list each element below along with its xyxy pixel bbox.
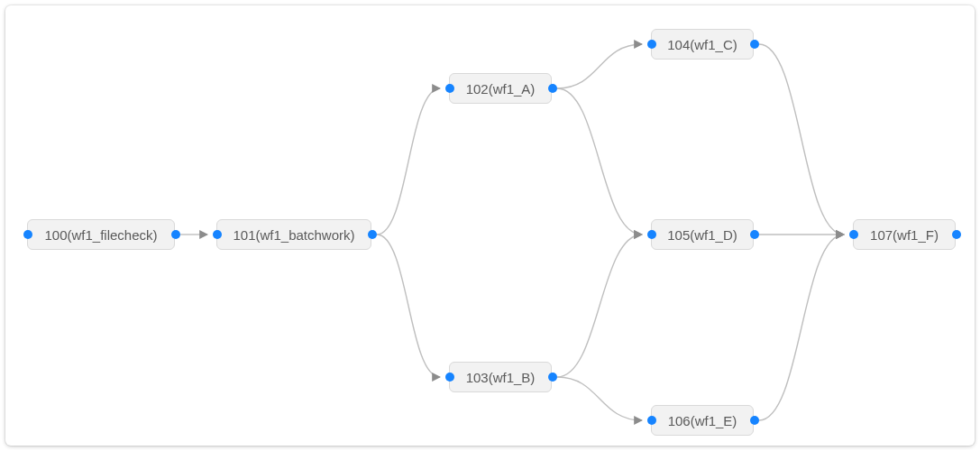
edge-n106-n107 — [759, 235, 844, 420]
edge-n102-n104 — [557, 44, 642, 88]
port-in[interactable] — [647, 230, 656, 239]
node-label: 102(wf1_A) — [466, 81, 536, 97]
port-out[interactable] — [750, 230, 759, 239]
node-label: 103(wf1_B) — [466, 370, 536, 385]
port-out[interactable] — [750, 40, 759, 49]
workflow-node-n101[interactable]: 101(wf1_batchwork) — [216, 219, 371, 250]
workflow-node-n105[interactable]: 105(wf1_D) — [651, 219, 754, 250]
port-in[interactable] — [849, 230, 858, 239]
port-in[interactable] — [445, 84, 454, 93]
node-label: 101(wf1_batchwork) — [233, 227, 354, 243]
workflow-node-n103[interactable]: 103(wf1_B) — [449, 362, 552, 392]
port-in[interactable] — [213, 230, 222, 239]
port-in[interactable] — [445, 373, 454, 382]
workflow-node-n100[interactable]: 100(wf1_filecheck) — [27, 219, 175, 250]
port-out[interactable] — [171, 230, 180, 239]
node-label: 100(wf1_filecheck) — [44, 227, 157, 243]
port-in[interactable] — [647, 416, 656, 425]
port-out[interactable] — [548, 373, 557, 382]
diagram-canvas: 100(wf1_filecheck)101(wf1_batchwork)102(… — [0, 0, 980, 451]
edge-n101-n103 — [377, 235, 440, 377]
workflow-node-n106[interactable]: 106(wf1_E) — [651, 405, 754, 436]
port-in[interactable] — [647, 40, 656, 49]
edge-n104-n107 — [759, 44, 844, 235]
port-out[interactable] — [548, 84, 557, 93]
edge-n103-n105 — [557, 235, 642, 377]
edge-n103-n106 — [557, 377, 642, 420]
node-label: 107(wf1_F) — [870, 227, 939, 243]
port-out[interactable] — [750, 416, 759, 425]
port-out[interactable] — [368, 230, 377, 239]
port-in[interactable] — [23, 230, 32, 239]
workflow-node-n107[interactable]: 107(wf1_F) — [853, 219, 956, 250]
node-label: 106(wf1_E) — [668, 413, 737, 428]
port-out[interactable] — [952, 230, 961, 239]
edge-n101-n102 — [377, 88, 440, 235]
workflow-node-n104[interactable]: 104(wf1_C) — [651, 29, 754, 60]
node-label: 104(wf1_C) — [667, 37, 737, 52]
edge-n102-n105 — [557, 88, 642, 235]
workflow-node-n102[interactable]: 102(wf1_A) — [449, 73, 552, 104]
node-label: 105(wf1_D) — [667, 227, 737, 243]
diagram-panel: 100(wf1_filecheck)101(wf1_batchwork)102(… — [5, 5, 975, 446]
